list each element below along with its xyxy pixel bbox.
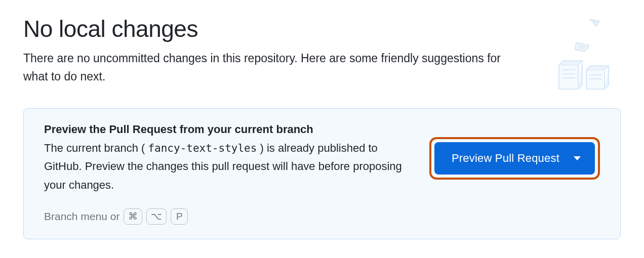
chevron-down-icon	[574, 156, 581, 160]
page-title: No local changes	[23, 15, 525, 42]
hint-text: Branch menu or	[44, 210, 119, 223]
cta-label: Preview Pull Request	[452, 152, 559, 165]
branch-name: fancy-text-styles	[148, 142, 257, 154]
keyboard-hint: Branch menu or ⌘ ⌥ P	[44, 208, 600, 225]
suggestion-panel: Preview the Pull Request from your curre…	[23, 108, 621, 239]
key-option: ⌥	[146, 208, 167, 225]
suggestion-text: Preview the Pull Request from your curre…	[44, 123, 409, 194]
desc-prefix: The current branch (	[44, 142, 148, 154]
page-subtitle: There are no uncommitted changes in this…	[23, 50, 525, 85]
empty-state-illustration	[540, 15, 621, 91]
key-p: P	[171, 208, 188, 225]
header-row: No local changes There are no uncommitte…	[23, 15, 621, 91]
key-command: ⌘	[124, 208, 142, 225]
suggestion-description: The current branch ( fancy-text-styles )…	[44, 139, 409, 194]
header-text: No local changes There are no uncommitte…	[23, 15, 525, 85]
suggestion-title: Preview the Pull Request from your curre…	[44, 123, 409, 136]
preview-pull-request-button[interactable]: Preview Pull Request	[434, 142, 595, 175]
suggestion-main-row: Preview the Pull Request from your curre…	[44, 123, 600, 194]
cta-highlight-outline: Preview Pull Request	[429, 137, 600, 180]
